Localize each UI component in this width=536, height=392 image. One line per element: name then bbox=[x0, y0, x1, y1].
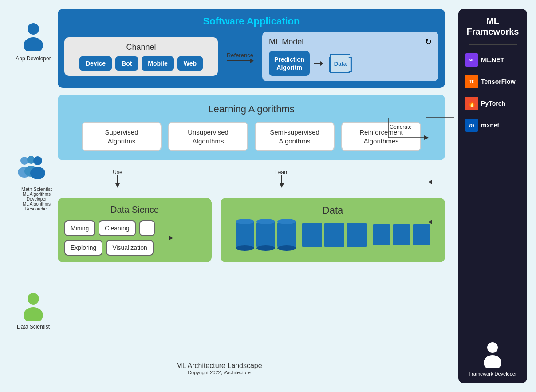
data-box: Data bbox=[221, 198, 445, 262]
data-title: Data bbox=[227, 205, 438, 216]
svg-point-15 bbox=[24, 307, 43, 321]
data-scientist-label: Data Scientist bbox=[13, 324, 53, 330]
use-datasci-label: Use bbox=[111, 169, 124, 175]
pytorch-label: PyTorch bbox=[481, 100, 505, 107]
ellipsis-item: ... bbox=[139, 220, 155, 236]
cylinder-3 bbox=[277, 222, 296, 248]
learning-algorithms-title: Learning Algorithms bbox=[67, 103, 436, 115]
caption-main: ML Architecture Landscape bbox=[58, 362, 381, 370]
software-application-box: Software Application Channel Device Bot … bbox=[58, 9, 445, 88]
doc-stacks-group-2 bbox=[373, 224, 430, 245]
framework-developer-person: Framework Developer bbox=[469, 342, 516, 376]
svg-point-0 bbox=[28, 23, 39, 35]
svg-text:TF: TF bbox=[469, 79, 474, 84]
software-app-title: Software Application bbox=[64, 16, 438, 27]
tensorflow-label: TensorFlow bbox=[481, 78, 516, 85]
mxnet-logo: m bbox=[465, 119, 478, 132]
svg-marker-9 bbox=[115, 183, 120, 188]
use-arrow-datasci: Use bbox=[111, 169, 124, 190]
svg-point-6 bbox=[33, 156, 42, 165]
math-scientist-person: Math Scientist ML Algorithms Developer M… bbox=[13, 155, 60, 211]
bot-button[interactable]: Bot bbox=[115, 56, 138, 71]
web-button[interactable]: Web bbox=[177, 56, 203, 71]
app-developer-label: App Developer bbox=[13, 55, 53, 62]
cylinder-2 bbox=[256, 222, 275, 248]
prediction-box: PredictionAlgoritm bbox=[269, 51, 310, 76]
svg-point-27 bbox=[484, 355, 501, 368]
ml-algo-dev-label: ML Algorithms Developer bbox=[13, 192, 60, 202]
svg-point-7 bbox=[30, 167, 45, 179]
app-developer-person: App Developer bbox=[13, 22, 53, 62]
mobile-button[interactable]: Mobile bbox=[142, 56, 173, 71]
learning-algorithms-box: Learning Algorithms SupervisedAlgoritms … bbox=[58, 95, 445, 160]
svg-point-1 bbox=[24, 37, 43, 51]
doc-stack-5 bbox=[393, 224, 410, 245]
tensorflow-item: TF TensorFlow bbox=[463, 74, 523, 89]
svg-marker-13 bbox=[169, 236, 173, 240]
prediction-to-data-arrow bbox=[314, 63, 323, 64]
framework-developer-label: Framework Developer bbox=[469, 371, 516, 376]
frameworks-title: MLFrameworks bbox=[467, 16, 519, 37]
visualization-item: Visualization bbox=[106, 240, 153, 256]
mlnet-item: ML ML.NET bbox=[463, 52, 523, 67]
channel-box: Channel Device Bot Mobile Web bbox=[64, 37, 218, 76]
data-science-title: Data Sience bbox=[64, 205, 205, 215]
channel-title: Channel bbox=[73, 43, 209, 52]
pytorch-logo: 🔥 bbox=[465, 97, 478, 110]
learn-arrow: Learn bbox=[275, 169, 289, 190]
frameworks-sidebar: MLFrameworks ML ML.NET TF TensorFlow 🔥 P… bbox=[458, 9, 527, 383]
mlnet-logo: ML bbox=[465, 53, 478, 67]
exploring-item: Exploring bbox=[64, 240, 102, 256]
mining-item: Mining bbox=[64, 220, 95, 236]
app-developer-icon bbox=[13, 22, 53, 55]
svg-point-14 bbox=[28, 293, 39, 305]
doc-stack-2 bbox=[324, 223, 344, 247]
cylinder-1 bbox=[236, 222, 254, 248]
learn-label: Learn bbox=[275, 169, 289, 175]
mxnet-label: mxnet bbox=[481, 122, 499, 129]
cleaning-item: Cleaning bbox=[99, 220, 135, 236]
reference-label: Reference bbox=[227, 52, 253, 59]
reinforcement-algorithms: ReinforcementAlgorithmes bbox=[341, 122, 421, 151]
data-scientist-person: Data Scientist bbox=[13, 292, 53, 330]
data-science-box: Data Sience Mining Cleaning ... Explorin… bbox=[58, 198, 212, 262]
doc-stack-1 bbox=[302, 223, 322, 247]
doc-stack-3 bbox=[347, 223, 367, 247]
doc-stack-4 bbox=[373, 224, 390, 245]
supervised-algorithms: SupervisedAlgoritms bbox=[82, 122, 162, 151]
unsupervised-algorithms: UnsupervisedAlgorithms bbox=[168, 122, 248, 151]
ml-model-box: ML Model ↻ PredictionAlgoritm [ Data ] bbox=[262, 32, 438, 81]
caption: ML Architecture Landscape Copyright 2022… bbox=[58, 362, 381, 375]
reference-arrow: Reference bbox=[227, 52, 253, 61]
bottom-section: Data Sience Mining Cleaning ... Explorin… bbox=[58, 198, 445, 262]
data-matrix: [ Data ] bbox=[327, 54, 353, 73]
doc-stacks-group bbox=[302, 223, 367, 247]
ml-model-title: ML Model bbox=[269, 37, 303, 47]
doc-stack-6 bbox=[413, 224, 430, 245]
semi-supervised-algorithms: Semi-supervisedAlgorithms bbox=[255, 122, 335, 151]
ds-to-data-arrow bbox=[159, 234, 175, 242]
caption-copyright: Copyright 2022, iArchitecture bbox=[58, 370, 381, 375]
svg-point-26 bbox=[487, 342, 498, 353]
refresh-icon: ↻ bbox=[425, 37, 432, 47]
svg-marker-11 bbox=[280, 183, 284, 188]
device-button[interactable]: Device bbox=[79, 56, 112, 71]
mlnet-label: ML.NET bbox=[481, 56, 504, 63]
mxnet-item: m mxnet bbox=[463, 118, 523, 133]
ml-algo-res-label: ML Algorithms Researcher bbox=[13, 202, 60, 211]
tensorflow-logo: TF bbox=[465, 75, 478, 88]
math-scientist-icon bbox=[13, 155, 53, 186]
pytorch-item: 🔥 PyTorch bbox=[463, 96, 523, 111]
cylinders-group bbox=[236, 222, 296, 248]
